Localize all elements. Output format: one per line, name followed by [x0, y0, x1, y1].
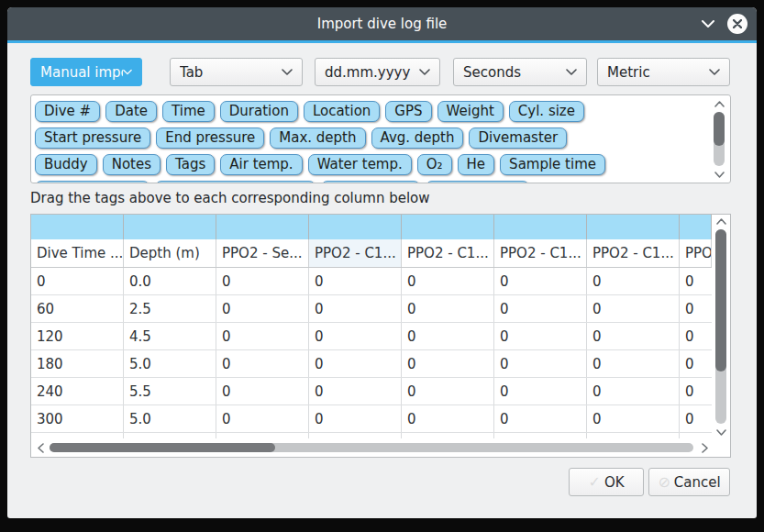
table-cell: 0	[216, 350, 309, 377]
tag-pool-vertical-scrollbar[interactable]	[711, 97, 727, 181]
scroll-up-icon[interactable]	[713, 215, 729, 227]
tag-chip[interactable]: Start pressure	[35, 127, 150, 149]
tag-row: Dive #DateTimeDurationLocationGPSWeightC…	[35, 98, 706, 125]
table-cell: 0	[402, 405, 494, 432]
tag-chip[interactable]: Location	[304, 101, 380, 122]
shade-button[interactable]	[700, 16, 716, 32]
close-icon	[733, 19, 742, 28]
table-row: 1204.5000000	[31, 323, 712, 350]
drop-target-cell[interactable]	[124, 215, 216, 239]
column-header[interactable]: PPO2 - Se...	[216, 239, 309, 267]
table-horizontal-scrollbar[interactable]	[31, 438, 712, 457]
tag-chip[interactable]: O₂	[417, 154, 452, 175]
column-header[interactable]: PPO2 - C1...	[587, 239, 680, 267]
column-header[interactable]: PPO2 - C1...	[402, 239, 494, 267]
drop-target-cell[interactable]	[494, 215, 587, 239]
import-dive-log-dialog: Import dive log file Manual import Tab d…	[7, 7, 757, 518]
tag-chip[interactable]: End pressure	[156, 127, 264, 149]
drop-target-cell[interactable]	[216, 215, 309, 239]
units-select[interactable]: Metric	[597, 58, 730, 86]
tag-chip[interactable]: Notes	[103, 154, 161, 175]
table-cell: 180	[31, 350, 124, 377]
table-cell: 0	[309, 350, 402, 377]
table-cell: 0	[402, 268, 494, 294]
duration-format-select[interactable]: Seconds	[453, 58, 587, 86]
tag-chip[interactable]: He	[458, 154, 495, 175]
tag-chip[interactable]: Sample depth	[35, 181, 149, 183]
tag-chip[interactable]: Sample pO₂	[321, 181, 420, 183]
tag-chip[interactable]: Divemaster	[469, 127, 567, 149]
column-header[interactable]: Depth (m)	[124, 239, 216, 267]
scrollbar-thumb[interactable]	[714, 112, 725, 146]
tag-chip[interactable]: Weight	[437, 101, 504, 122]
tag-chip[interactable]: Time	[162, 101, 215, 122]
tag-chip[interactable]: Sample CNS	[426, 181, 528, 183]
scrollbar-thumb[interactable]	[715, 229, 726, 371]
column-header[interactable]: Dive Time ...	[31, 239, 124, 267]
table-cell: 0	[587, 350, 680, 377]
close-button[interactable]	[727, 14, 747, 34]
tag-chip[interactable]: Duration	[220, 101, 298, 122]
tag-chip[interactable]: Max. depth	[270, 127, 365, 149]
table-cell: 4.5	[124, 323, 216, 349]
table-viewport: Dive Time ...Depth (m)PPO2 - Se...PPO2 -…	[31, 215, 712, 438]
scrollbar-thumb[interactable]	[50, 443, 275, 452]
tag-chip[interactable]: Sample time	[500, 154, 605, 175]
tag-row: BuddyNotesTagsAir temp.Water temp.O₂HeSa…	[35, 151, 706, 178]
tag-chip[interactable]: Dive #	[35, 101, 100, 122]
units-value: Metric	[607, 64, 709, 81]
scrollbar-track[interactable]	[715, 229, 726, 424]
tag-chip[interactable]: Water temp.	[308, 154, 412, 175]
scroll-right-icon[interactable]	[697, 438, 712, 457]
drop-target-cell[interactable]	[31, 215, 124, 239]
tag-chip[interactable]: Cyl. size	[509, 101, 584, 122]
drag-instruction-label: Drag the tags above to each correspondin…	[30, 190, 430, 206]
drop-target-cell[interactable]	[680, 215, 712, 239]
tag-chip[interactable]: Buddy	[35, 154, 97, 175]
table-cell: 0	[216, 405, 309, 432]
ok-button[interactable]: ✓ OK	[569, 468, 644, 496]
tag-chip[interactable]: GPS	[385, 101, 431, 122]
tag-pool: Dive #DateTimeDurationLocationGPSWeightC…	[30, 94, 731, 183]
tag-chip[interactable]: Tags	[166, 154, 215, 175]
tag-chip[interactable]: Sample temperature	[155, 181, 316, 183]
table-cell: 0	[402, 350, 494, 377]
table-row: 602.5000000	[31, 295, 712, 323]
import-preview-table: Dive Time ...Depth (m)PPO2 - Se...PPO2 -…	[30, 214, 731, 458]
table-cell: 0	[587, 295, 680, 322]
scroll-up-icon[interactable]	[711, 97, 727, 110]
field-separator-value: Tab	[180, 64, 282, 81]
scroll-left-icon[interactable]	[33, 438, 48, 457]
table-cell: 0	[680, 405, 712, 432]
import-mode-select[interactable]: Manual import	[30, 58, 142, 86]
tag-chip[interactable]: Avg. depth	[371, 127, 464, 149]
field-separator-select[interactable]: Tab	[170, 58, 303, 86]
scroll-down-icon[interactable]	[711, 168, 727, 181]
column-header[interactable]: PPO2 - C1...	[309, 239, 402, 267]
column-header[interactable]: PPO2	[680, 239, 712, 267]
drop-target-cell[interactable]	[402, 215, 494, 239]
scrollbar-track[interactable]	[714, 112, 725, 166]
scrollbar-track[interactable]	[50, 443, 693, 452]
table-cell: 0	[309, 268, 402, 294]
drop-target-cell[interactable]	[309, 215, 402, 239]
table-row: 3005.0000000	[31, 405, 712, 433]
table-cell: 0	[309, 405, 402, 432]
column-header[interactable]: PPO2 - C1...	[494, 239, 587, 267]
table-vertical-scrollbar[interactable]	[713, 215, 729, 438]
scroll-down-icon[interactable]	[713, 426, 729, 438]
drop-target-cell[interactable]	[587, 215, 680, 239]
table-cell: 5.5	[124, 378, 216, 405]
table-cell: 0	[587, 378, 680, 405]
date-format-select[interactable]: dd.mm.yyyy	[315, 58, 440, 86]
header-row: Dive Time ...Depth (m)PPO2 - Se...PPO2 -…	[31, 239, 712, 268]
table-cell: 0	[216, 378, 309, 405]
tag-chip[interactable]: Date	[105, 101, 157, 122]
cancel-button[interactable]: ⊘ Cancel	[648, 468, 730, 496]
table-cell: 0	[309, 378, 402, 405]
table-cell: 0	[587, 323, 680, 349]
title-bar: Import dive log file	[7, 7, 757, 40]
table-cell: 240	[31, 378, 124, 405]
ok-button-label: OK	[604, 474, 625, 491]
tag-chip[interactable]: Air temp.	[220, 154, 302, 175]
